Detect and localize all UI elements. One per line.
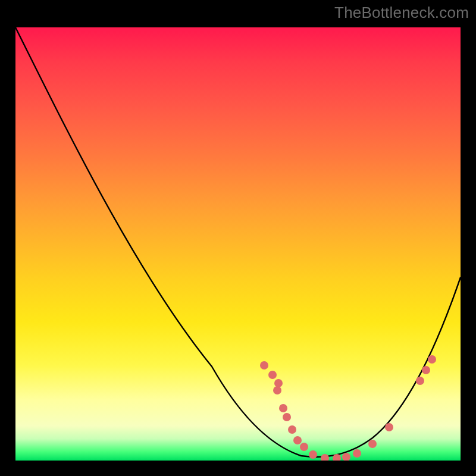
data-point [279, 404, 287, 412]
watermark-text: TheBottleneck.com [334, 4, 469, 22]
data-point [428, 355, 436, 364]
chart-svg [15, 27, 461, 461]
data-point [300, 443, 308, 451]
data-point [288, 425, 296, 434]
bottleneck-curve [15, 27, 461, 457]
data-point [321, 454, 329, 461]
chart-plot-area [15, 27, 461, 461]
data-point [260, 361, 268, 369]
data-point [273, 386, 281, 394]
data-point [274, 379, 283, 387]
data-point [416, 377, 424, 385]
data-point [353, 449, 361, 458]
data-point [309, 450, 317, 459]
data-point [422, 366, 430, 374]
data-points-group [260, 355, 436, 461]
data-point [342, 453, 350, 461]
data-point [293, 436, 302, 444]
data-point [385, 423, 393, 431]
data-point [268, 371, 277, 379]
data-point [368, 440, 377, 448]
data-point [283, 413, 291, 421]
